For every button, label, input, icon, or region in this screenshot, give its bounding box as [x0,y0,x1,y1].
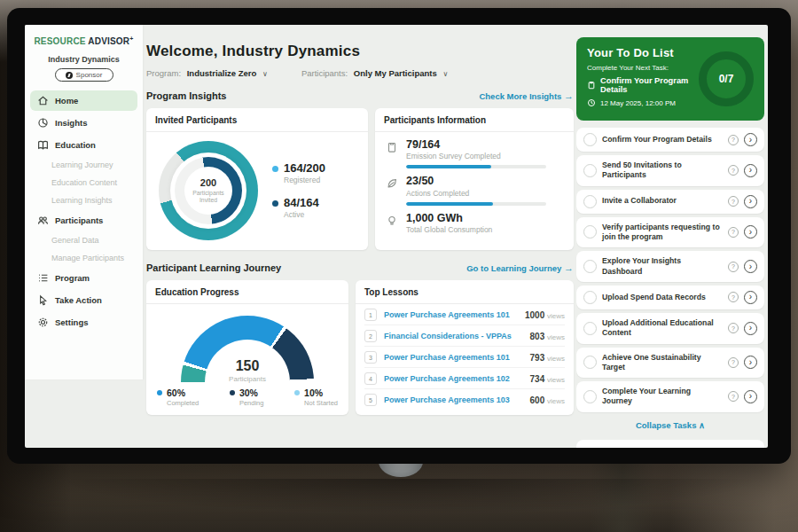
chevron-right-button[interactable]: › [744,390,757,403]
sponsor-badge: Sponsor [55,68,113,82]
home-icon [37,95,49,106]
sidebar-item[interactable]: Program [30,268,137,288]
todo-checkbox[interactable] [583,133,597,146]
lesson-link[interactable]: Power Purchase Agreements 101 [384,353,523,362]
chevron-right-button[interactable]: › [744,322,757,335]
todo-checkbox[interactable] [583,322,597,335]
learning-journey-header: Participant Learning Journey Go to Learn… [146,262,574,273]
legend-value: 10% [304,388,338,399]
lesson-link[interactable]: Power Purchase Agreements 103 [384,395,523,404]
help-icon[interactable]: ? [728,292,739,302]
legend-value: 60% [167,388,199,399]
todo-item[interactable]: Upload Additional Educational Content ? … [576,313,764,344]
stat-progress-bar [406,202,546,206]
legend-dot [230,390,235,395]
todo-checkbox[interactable] [583,225,597,239]
program-filter[interactable]: Program: Industrialize Zero ∨ [146,68,268,78]
lesson-link[interactable]: Power Purchase Agreements 102 [384,374,523,383]
chevron-right-button[interactable]: › [744,164,757,177]
org-name: Industry Dynamics [25,55,143,64]
education-gauge-chart: 150 Participants [181,316,314,383]
lesson-link[interactable]: Financial Considerations - VPPAs [384,332,523,340]
stat-value: 79/164 [406,138,546,151]
help-icon[interactable]: ? [728,165,739,176]
help-icon[interactable]: ? [728,262,739,272]
logo-plus: + [129,35,133,42]
todo-item-label: Upload Spend Data Records [602,293,723,302]
todo-checkbox[interactable] [583,356,597,369]
todo-item[interactable]: Explore Your Insights Dashboard ? › [576,251,764,282]
todo-item[interactable]: Verify participants requesting to join t… [576,217,764,248]
todo-item-label: Send 50 Invitations to Participants [602,160,723,181]
lesson-link[interactable]: Power Purchase Agreements 101 [384,310,518,319]
todo-item[interactable]: Confirm Your Program Details ? › [576,128,764,152]
check-more-insights-link[interactable]: Check More Insights → [479,90,574,101]
todo-item[interactable]: Complete Your Learning Journey ? › [576,381,764,412]
todo-checkbox[interactable] [583,164,597,177]
sidebar-item[interactable]: Learning Insights [30,192,137,208]
main-content: Welcome, Industry Dynamics Program: Indu… [146,25,574,415]
todo-checkbox[interactable] [583,390,597,403]
help-icon[interactable]: ? [728,391,739,402]
sidebar-item[interactable]: Manage Participants [30,250,137,266]
chevron-right-button[interactable]: › [744,195,757,208]
sidebar-item[interactable]: Participants [30,210,137,231]
chevron-right-button[interactable]: › [744,356,757,369]
todo-header-card: Your To Do List Complete Your Next Task:… [576,37,764,121]
lesson-rank: 4 [364,372,377,385]
sidebar-item[interactable]: Insights [30,113,137,133]
chevron-right-button[interactable]: › [744,225,757,239]
lesson-views-word: views [547,312,565,320]
education-card-title: Education Progress [146,280,348,304]
program-icon [37,272,49,284]
help-icon[interactable]: ? [728,323,739,333]
todo-item[interactable]: Upload Spend Data Records ? › [576,286,764,309]
filters-row: Program: Industrialize Zero ∨ Participan… [146,68,574,78]
help-icon[interactable]: ? [728,196,739,207]
chevron-right-button[interactable]: › [744,260,757,273]
todo-checkbox[interactable] [583,195,597,208]
stat-row: 23/50 Actions Completed [375,168,574,205]
sidebar-item[interactable]: Home [30,90,137,111]
invited-card-title: Invited Participants [146,108,368,132]
participants-information-card: Participants Information 79/164 Emission… [375,108,574,250]
gauge-center-label: Participants [181,375,314,383]
lesson-row: 2 Financial Considerations - VPPAs 803 v… [364,325,565,347]
sidebar-item[interactable]: Settings [30,312,137,332]
clock-icon [587,98,596,107]
todo-item-label: Complete Your Learning Journey [602,387,723,407]
help-icon[interactable]: ? [728,357,739,368]
todo-item[interactable]: Send 50 Invitations to Participants ? › [576,155,764,186]
sidebar-item[interactable]: Education [30,135,137,155]
todo-item[interactable]: Invite a Collaborator ? › [576,190,764,214]
chevron-right-button[interactable]: › [744,133,757,146]
sidebar-item[interactable]: General Data [30,232,137,248]
todo-checkbox[interactable] [583,260,597,273]
todo-item[interactable]: Achieve One Sustainability Target ? › [576,348,764,379]
todo-item-label: Invite a Collaborator [602,196,723,206]
invited-donut-chart: 200 Participants Invited [159,141,258,240]
chevron-down-icon[interactable]: ∨ [262,70,268,78]
help-icon[interactable]: ? [728,135,739,145]
go-to-learning-journey-link[interactable]: Go to Learning Journey → [466,262,574,273]
stat-progress-bar [406,165,546,168]
sidebar-item-label: Education Content [51,178,117,187]
todo-checkbox[interactable] [583,291,597,304]
chevron-right-button[interactable]: › [744,291,757,304]
collapse-tasks-link[interactable]: Collapse Tasks ∧ [576,416,764,436]
invited-legend: 164/200 Registered 84/164 Active [272,162,325,220]
lesson-rank: 2 [364,330,377,342]
lesson-views-count: 793 [530,353,545,363]
insights-cards-row: Invited Participants 200 Participants In… [146,108,574,250]
legend-value: 30% [239,388,264,399]
sidebar-item[interactable]: Learning Journey [30,157,137,173]
sidebar-item[interactable]: Take Action [30,290,137,310]
top-lessons-card: Top Lessons 1 Power Purchase Agreements … [356,280,574,415]
chevron-down-icon[interactable]: ∨ [442,70,448,78]
legend-label: Completed [167,399,199,407]
sidebar-item-label: Take Action [55,295,102,305]
help-icon[interactable]: ? [728,227,739,238]
learning-cards-row: Education Progress 150 Participants 60% [146,280,574,415]
participants-filter[interactable]: Participants: Only My Participants ∨ [301,68,448,78]
sidebar-item[interactable]: Education Content [30,175,137,191]
